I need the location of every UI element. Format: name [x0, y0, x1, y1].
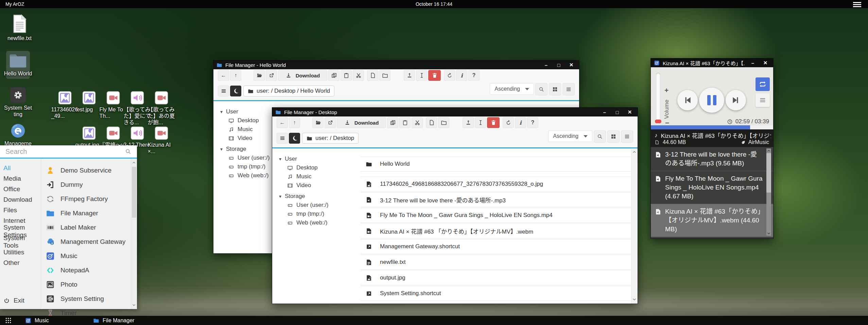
- desktop-icon-newfile[interactable]: newfile.txt: [3, 14, 36, 41]
- info-button[interactable]: [456, 70, 467, 81]
- taskbar-item-file-manager[interactable]: File Manager: [93, 317, 134, 324]
- chevron-up-icon[interactable]: [767, 149, 771, 153]
- sidebar-item[interactable]: Storage: [279, 192, 352, 201]
- file-row[interactable]: System Setting.shortcut: [361, 286, 631, 301]
- rename-button[interactable]: [475, 117, 486, 128]
- copy-button[interactable]: [328, 70, 340, 81]
- minimize-icon[interactable]: [541, 62, 551, 68]
- chevron-down-icon[interactable]: [132, 303, 136, 307]
- sidebar-item[interactable]: Music: [279, 172, 352, 181]
- menu-scrollbar[interactable]: [131, 159, 137, 309]
- sidebar-item[interactable]: Web (web:/): [279, 218, 352, 227]
- help-button[interactable]: [527, 117, 538, 128]
- file-row[interactable]: output.jpg: [361, 270, 631, 285]
- refresh-button[interactable]: [444, 70, 455, 81]
- dark-mode-button[interactable]: [230, 86, 241, 96]
- sort-order-select[interactable]: Ascending: [548, 130, 592, 142]
- pause-button[interactable]: [699, 88, 724, 113]
- file-row[interactable]: Management Gateway.shortcut: [361, 239, 631, 254]
- desktop-icon[interactable]: 117346026_49...: [53, 91, 77, 126]
- title-bar[interactable]: File Manager - Desktop: [272, 108, 638, 116]
- volume-slider-thumb[interactable]: [655, 120, 661, 123]
- scrollbar-thumb[interactable]: [132, 167, 136, 218]
- title-bar[interactable]: File Manager - Hello World: [213, 60, 579, 69]
- category-item[interactable]: System Tools: [0, 236, 41, 247]
- app-list-item[interactable]: Label Maker: [41, 220, 131, 235]
- playlist-menu-button[interactable]: [756, 93, 770, 107]
- rename-button[interactable]: [416, 70, 427, 81]
- launcher-grid-icon[interactable]: [5, 317, 12, 324]
- taskbar-item-music[interactable]: Music: [25, 317, 49, 324]
- chevron-up-icon[interactable]: [132, 161, 136, 165]
- file-row[interactable]: Hello World: [361, 157, 631, 171]
- desktop-icon-system-setting[interactable]: System Setting: [3, 87, 33, 118]
- app-list-item[interactable]: Management Gateway: [41, 235, 131, 249]
- playlist-item[interactable]: 3-12 There will be love there -愛のある場所-.m…: [651, 147, 773, 171]
- list-view-button[interactable]: [621, 130, 633, 143]
- menu-button[interactable]: [277, 133, 288, 144]
- delete-button[interactable]: [487, 117, 500, 128]
- top-menu-icon[interactable]: [853, 2, 861, 7]
- refresh-button[interactable]: [503, 117, 514, 128]
- app-list-item[interactable]: FFmpeg Factory: [41, 192, 131, 206]
- download-button[interactable]: Download: [337, 117, 386, 128]
- app-list-item[interactable]: System Setting: [41, 292, 131, 306]
- upload-button[interactable]: [463, 117, 474, 128]
- sidebar-item[interactable]: Video: [279, 181, 352, 190]
- file-row[interactable]: newfile.txt: [361, 255, 631, 270]
- app-list-item[interactable]: Music: [41, 249, 131, 263]
- cut-button[interactable]: [412, 117, 423, 128]
- search-button[interactable]: [535, 83, 548, 95]
- desktop-icon[interactable]: 【歌ってみた】愛にできる...: [125, 91, 149, 126]
- info-button[interactable]: [515, 117, 526, 128]
- close-icon[interactable]: [567, 61, 576, 69]
- chevron-down-icon[interactable]: [767, 231, 771, 235]
- app-list-item[interactable]: File Manager: [41, 206, 131, 220]
- open-in-new-button[interactable]: [266, 70, 277, 81]
- menu-button[interactable]: [218, 86, 229, 96]
- new-file-button[interactable]: [426, 117, 437, 128]
- sidebar-item[interactable]: User (user:/): [279, 201, 352, 210]
- paste-button[interactable]: [399, 117, 411, 128]
- chevron-down-icon[interactable]: [632, 297, 637, 302]
- search-icon[interactable]: [125, 148, 132, 155]
- category-item[interactable]: Download: [0, 194, 41, 205]
- playlist-item[interactable]: Kizuna AI × 花譜 #63「かりそめ」【オリジナルMV】.webm (…: [651, 204, 773, 237]
- chevron-up-icon[interactable]: [632, 150, 637, 154]
- desktop-icon[interactable]: test.jpg: [77, 91, 101, 126]
- copy-button[interactable]: [387, 117, 398, 128]
- next-track-button[interactable]: [726, 90, 746, 110]
- dark-mode-button[interactable]: [289, 133, 300, 144]
- app-list-item[interactable]: Demo Subservice: [41, 163, 131, 178]
- airmusic-badge[interactable]: AirMusic: [741, 139, 769, 145]
- sort-order-select[interactable]: Ascending: [490, 83, 534, 95]
- file-row[interactable]: 3-12 There will be love there -愛のある場所-.m…: [361, 192, 631, 207]
- title-bar[interactable]: Kizuna AI × 花譜 #63「かりそめ」【...: [651, 58, 773, 67]
- playlist-item[interactable]: 『雪峰 ~yukimine~ Piano & Strings Ver.』を歌って…: [651, 237, 773, 238]
- app-list-item[interactable]: Photo: [41, 277, 131, 292]
- help-button[interactable]: [468, 70, 480, 81]
- playlist-item[interactable]: Fly Me To The Moon _ Gawr Gura Sings _ H…: [651, 171, 773, 204]
- category-item[interactable]: Media: [0, 173, 41, 184]
- close-icon[interactable]: [761, 59, 770, 67]
- sidebar-item[interactable]: Desktop: [279, 163, 352, 172]
- file-row[interactable]: Kizuna AI × 花譜 #63 「かりそめ」【オリジナルMV】.webm: [361, 223, 631, 238]
- file-row[interactable]: 117346026_4968186883206677_3276783073763…: [361, 177, 631, 192]
- grid-view-button[interactable]: [549, 83, 561, 95]
- desktop-icon[interactable]: Kizuna AI ×...: [149, 126, 173, 155]
- close-icon[interactable]: [625, 108, 635, 116]
- desktop-icon[interactable]: 【歌ってみた】あの夏が飽...: [149, 91, 173, 126]
- delete-button[interactable]: [428, 70, 441, 81]
- download-button[interactable]: Download: [278, 70, 327, 81]
- maximize-icon[interactable]: [612, 109, 622, 115]
- search-button[interactable]: [594, 130, 606, 143]
- paste-button[interactable]: [341, 70, 352, 81]
- scrollbar-thumb[interactable]: [766, 153, 771, 193]
- sidebar-item[interactable]: User: [279, 155, 352, 163]
- category-item[interactable]: Other: [0, 257, 41, 268]
- new-folder-button[interactable]: [438, 117, 449, 128]
- playlist-scrollbar[interactable]: [766, 148, 771, 236]
- desktop-icon[interactable]: Fly Me To Th...: [101, 91, 125, 126]
- maximize-icon[interactable]: [554, 62, 563, 68]
- breadcrumb[interactable]: user: / Desktop / Hello World: [243, 86, 334, 96]
